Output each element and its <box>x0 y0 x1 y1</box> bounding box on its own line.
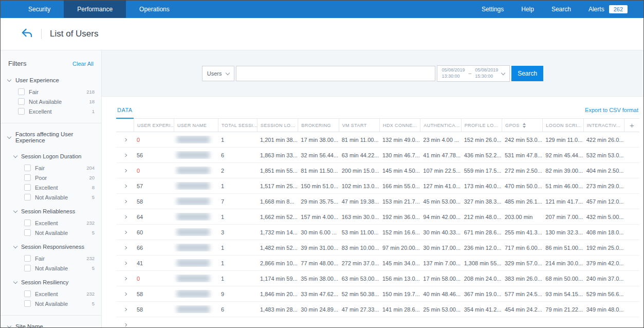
column-brokering[interactable]: BROKERING <box>298 119 338 132</box>
column-profile-lo[interactable]: PROFILE LO... <box>461 119 502 132</box>
expand-chevron-icon[interactable] <box>123 262 127 265</box>
expand-chevron-icon[interactable] <box>123 185 127 188</box>
expand-chevron-icon[interactable] <box>123 277 127 280</box>
nav-item-settings[interactable]: Settings <box>473 1 512 18</box>
metric-cell: 141 min 28.6... <box>379 306 420 313</box>
metric-cell: 152 min 16.6... <box>379 229 420 235</box>
search-button[interactable]: Search <box>511 66 543 81</box>
column-logon-scri[interactable]: LOGON SCRI... <box>542 119 583 132</box>
checkbox[interactable] <box>24 265 31 271</box>
checkbox[interactable] <box>24 229 31 236</box>
column-user-name[interactable]: USER NAME <box>174 119 218 132</box>
metric-cell: 529 min 56.6... <box>583 291 624 297</box>
metric-cell: 77 min 48.00... <box>298 260 338 266</box>
nav-tab-security[interactable]: Security <box>15 1 64 18</box>
metric-cell: 214 min 30.0... <box>542 260 583 266</box>
filter-group-label: User Experience <box>15 77 59 83</box>
user-experience-score: 58 <box>134 306 174 313</box>
column-user-experi[interactable]: USER EXPERI... <box>134 119 174 132</box>
checkbox[interactable] <box>24 255 31 262</box>
table-row[interactable]: 021,851 min 55...81 min 11.50...200 min … <box>116 163 639 178</box>
column-total-sessi[interactable]: TOTAL SESSI... <box>218 119 257 132</box>
column-vm-start[interactable]: VM START <box>339 119 379 132</box>
nav-item-search[interactable]: Search <box>543 1 580 18</box>
table-row[interactable]: 011,174 min 59...35 min 38.00...63 min 5… <box>116 271 639 286</box>
expand-chevron-icon[interactable] <box>123 293 127 296</box>
date-range-picker[interactable]: 05/08/2019 13:30:00 – 05/08/2019 15:30:0… <box>437 65 510 82</box>
export-csv-link[interactable]: Export to CSV format <box>585 107 639 118</box>
metric-cell: 82 min 39.00... <box>542 168 583 174</box>
nav-item-help[interactable]: Help <box>512 1 543 18</box>
expand-chevron-icon[interactable] <box>123 200 127 203</box>
table-row[interactable]: 6411,662 min 52...157 min 4.00...163 min… <box>116 209 639 225</box>
filter-group-user-experience[interactable]: User Experience <box>1 69 101 87</box>
filter-group-site-name[interactable]: Site Name <box>1 316 101 327</box>
filter-group-factors-affecting-user-experience[interactable]: Factors affecting User Experience <box>1 123 101 147</box>
table-row[interactable]: 5891,846 min 20...33 min 47.62...52 min … <box>116 286 639 302</box>
column-label: + <box>630 121 634 130</box>
checkbox[interactable] <box>18 88 25 95</box>
metric-cell: 1,732 min 14... <box>257 229 298 235</box>
expand-chevron-icon[interactable] <box>123 308 127 311</box>
expand-cell <box>116 308 134 311</box>
nav-tab-operations[interactable]: Operations <box>126 1 183 18</box>
checkbox[interactable] <box>24 220 31 226</box>
nav-item-alerts[interactable]: Alerts262 <box>580 1 636 18</box>
chevron-down-icon <box>13 280 17 284</box>
clear-all-link[interactable]: Clear All <box>72 61 94 67</box>
total-sessions: 1 <box>218 276 257 282</box>
expand-chevron-icon[interactable] <box>123 154 127 157</box>
checkbox[interactable] <box>24 300 31 307</box>
metric-cell: 121 min 41.7... <box>542 198 583 205</box>
metric-cell: 93 min 54.15... <box>542 291 583 297</box>
filter-subgroup-session-resiliency[interactable]: Session Resiliency <box>1 273 101 289</box>
filter-subgroup-session-reliableness[interactable]: Session Reliableness <box>1 202 101 218</box>
filter-item-excellent: Excellent8 <box>1 183 101 192</box>
checkbox[interactable] <box>18 98 25 105</box>
metric-cell: 532 min 53.0... <box>583 152 624 158</box>
table-row-partial[interactable] <box>116 317 639 327</box>
user-experience-score: 58 <box>134 291 174 297</box>
table-row[interactable]: 6611,482 min 52...39 min 31.00...83 min … <box>116 240 639 256</box>
checkbox[interactable] <box>24 184 31 191</box>
table-row[interactable]: 5861,483 min 28...30 min 24.89...47 min … <box>116 302 639 317</box>
column-interactiv[interactable]: INTERACTIV... <box>583 119 624 132</box>
add-column-button[interactable]: + <box>624 119 639 132</box>
chevron-down-icon <box>13 244 17 248</box>
filter-item-not-available: Not Available18 <box>1 97 101 106</box>
checkbox[interactable] <box>24 194 31 201</box>
table-row[interactable]: 5661,863 min 33...32 min 56.44...63 min … <box>116 148 639 163</box>
back-button[interactable] <box>21 28 33 40</box>
metric-cell: 457 min 12.0... <box>583 198 624 205</box>
checkbox[interactable] <box>24 165 31 171</box>
expand-chevron-icon[interactable] <box>123 215 127 218</box>
user-name-blurred <box>177 151 210 159</box>
checkbox[interactable] <box>24 290 31 297</box>
column-session-lo[interactable]: SESSION LO... <box>257 119 298 132</box>
tab-data[interactable]: DATA <box>116 107 134 119</box>
column-hdx-conne[interactable]: HDX CONNE... <box>379 119 420 132</box>
table-row[interactable]: 6031,732 min 14...30 min 6.00 ...53 min … <box>116 225 639 240</box>
column-gpos[interactable]: GPOS <box>502 119 542 132</box>
nav-tab-performance[interactable]: Performance <box>64 1 126 18</box>
search-input[interactable] <box>236 66 435 81</box>
table-row[interactable]: 5711,517 min 25...150 min 51.0...102 min… <box>116 178 639 194</box>
table-row[interactable]: 011,201 min 38...17 min 38.00...81 min 1… <box>116 132 639 148</box>
user-name-cell <box>174 244 218 251</box>
metric-cell: 153 min 21.7... <box>379 198 420 205</box>
expand-chevron-icon[interactable] <box>123 246 127 249</box>
expand-chevron-icon[interactable] <box>123 323 127 326</box>
expand-chevron-icon[interactable] <box>123 138 127 141</box>
table-row[interactable]: 4112,866 min 10...77 min 48.00...272 min… <box>116 256 639 271</box>
expand-cell <box>116 246 134 249</box>
filter-subgroup-session-logon-duration[interactable]: Session Logon Duration <box>1 147 101 163</box>
table-row[interactable]: 5871,668 min 8...29 min 35.75...47 min 1… <box>116 194 639 209</box>
checkbox[interactable] <box>24 174 31 181</box>
checkbox[interactable] <box>18 108 25 115</box>
entity-select[interactable]: Users <box>202 66 234 81</box>
expand-chevron-icon[interactable] <box>123 169 127 172</box>
filter-item-excellent: Excellent232 <box>1 218 101 228</box>
filter-subgroup-session-responsiveness[interactable]: Session Responsiveness <box>1 238 101 253</box>
expand-chevron-icon[interactable] <box>123 231 127 234</box>
column-authentica[interactable]: AUTHENTICA... <box>420 119 461 132</box>
